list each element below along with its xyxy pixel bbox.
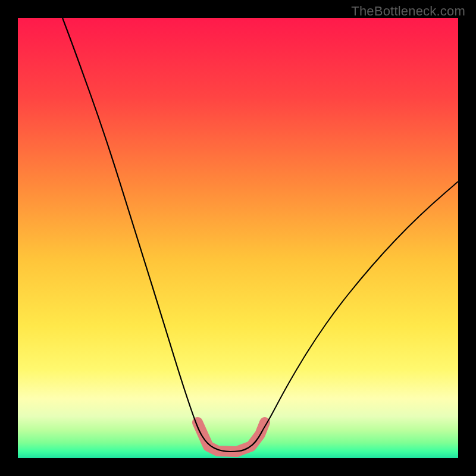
curve-right-branch bbox=[263, 181, 458, 430]
watermark-text: TheBottleneck.com bbox=[351, 4, 465, 19]
curve-left-branch bbox=[62, 18, 263, 452]
plot-area bbox=[18, 18, 458, 458]
curve-layer bbox=[18, 18, 458, 458]
chart-frame: TheBottleneck.com bbox=[0, 0, 476, 476]
